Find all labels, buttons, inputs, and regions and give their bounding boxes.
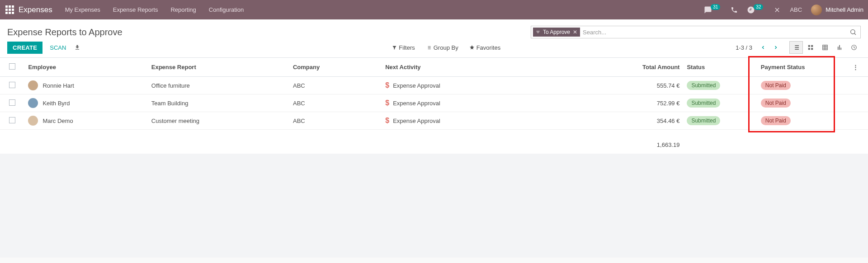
nav-reporting[interactable]: Reporting — [170, 6, 196, 13]
page-title: Expense Reports to Approve — [7, 27, 123, 38]
col-activity[interactable]: Next Activity — [382, 58, 622, 77]
col-report[interactable]: Expense Report — [148, 58, 289, 77]
pager-prev-icon[interactable] — [759, 43, 768, 52]
company-cell: ABC — [289, 94, 382, 112]
activity-cell: Expense Approval — [393, 82, 440, 89]
chat-icon[interactable]: 31 — [704, 6, 722, 14]
select-all-checkbox[interactable] — [9, 63, 15, 70]
payment-badge: Not Paid — [761, 99, 791, 108]
groupby-button[interactable]: Group By — [426, 44, 458, 51]
search-toolbar: Filters Group By Favorites — [392, 44, 500, 51]
report-cell: Team Building — [148, 94, 289, 112]
nav-my-expenses[interactable]: My Expenses — [65, 6, 100, 13]
col-payment[interactable]: Payment Status — [757, 58, 844, 77]
filter-chip[interactable]: To Approve ✕ — [533, 28, 580, 37]
phone-icon[interactable] — [731, 6, 738, 14]
row-checkbox[interactable] — [9, 82, 15, 88]
table-container: Employee Expense Report Company Next Act… — [0, 58, 868, 154]
filter-icon — [536, 30, 540, 34]
svg-rect-5 — [823, 45, 828, 50]
row-checkbox[interactable] — [9, 117, 15, 123]
amount-cell: 752.99 € — [622, 94, 683, 112]
top-nav: Expenses My Expenses Expense Reports Rep… — [0, 0, 868, 19]
user-menu[interactable]: Mitchell Admin — [811, 5, 863, 15]
funnel-icon — [392, 45, 397, 50]
col-employee[interactable]: Employee — [24, 58, 147, 77]
company-selector[interactable]: ABC — [790, 6, 802, 13]
user-name: Mitchell Admin — [826, 6, 863, 13]
svg-rect-2 — [811, 45, 813, 47]
view-pivot-icon[interactable] — [818, 41, 832, 54]
filter-chip-remove-icon[interactable]: ✕ — [573, 29, 577, 35]
total-amount: 1,663.19 — [622, 130, 683, 152]
filters-label: Filters — [399, 44, 415, 51]
view-graph-icon[interactable] — [833, 41, 846, 54]
col-company[interactable]: Company — [289, 58, 382, 77]
amount-cell: 354.46 € — [622, 112, 683, 130]
nav-right: 31 32 ABC Mitchell Admin — [704, 5, 863, 15]
download-icon[interactable] — [74, 44, 80, 51]
nav-expense-reports[interactable]: Expense Reports — [113, 6, 158, 13]
svg-rect-4 — [811, 48, 813, 50]
pager-next-icon[interactable] — [771, 43, 780, 52]
clock-icon[interactable]: 32 — [747, 6, 764, 14]
table-row[interactable]: Keith Byrd Team Building ABC $Expense Ap… — [0, 94, 868, 112]
nav-configuration[interactable]: Configuration — [209, 6, 244, 13]
payment-badge: Not Paid — [761, 81, 791, 90]
app-brand[interactable]: Expenses — [19, 5, 52, 14]
employee-name: Ronnie Hart — [42, 82, 74, 89]
total-row: 1,663.19 — [0, 130, 868, 152]
view-activity-icon[interactable] — [847, 41, 861, 54]
dollar-icon: $ — [385, 117, 389, 124]
star-icon — [469, 45, 475, 50]
filters-button[interactable]: Filters — [392, 44, 415, 51]
row-checkbox[interactable] — [9, 99, 15, 106]
close-tray-icon[interactable] — [774, 6, 781, 14]
empty-area — [0, 154, 868, 258]
column-options-icon[interactable]: ⋮ — [853, 64, 859, 70]
clock-badge: 32 — [754, 4, 763, 10]
table-row[interactable]: Marc Demo Customer meeting ABC $Expense … — [0, 112, 868, 130]
scan-button[interactable]: SCAN — [50, 44, 66, 51]
employee-name: Keith Byrd — [42, 100, 70, 107]
employee-avatar — [28, 116, 38, 126]
svg-rect-3 — [808, 48, 810, 50]
activity-cell: Expense Approval — [393, 100, 440, 107]
col-status[interactable]: Status — [683, 58, 757, 77]
svg-point-0 — [851, 30, 855, 34]
report-cell: Office furniture — [148, 77, 289, 94]
chat-badge: 31 — [711, 4, 720, 10]
pager-text: 1-3 / 3 — [736, 44, 752, 51]
view-kanban-icon[interactable] — [804, 41, 817, 54]
amount-cell: 555.74 € — [622, 77, 683, 94]
company-cell: ABC — [289, 77, 382, 94]
apps-icon[interactable] — [5, 5, 14, 14]
dollar-icon: $ — [385, 99, 389, 107]
search-bar[interactable]: To Approve ✕ — [531, 26, 861, 38]
employee-avatar — [28, 80, 38, 90]
pager: 1-3 / 3 — [736, 43, 780, 52]
nav-items: My Expenses Expense Reports Reporting Co… — [65, 6, 244, 13]
col-amount[interactable]: Total Amount — [622, 58, 683, 77]
list-icon — [426, 45, 432, 50]
filter-chip-label: To Approve — [543, 29, 570, 35]
create-button[interactable]: CREATE — [7, 42, 42, 54]
search-input[interactable] — [583, 29, 846, 36]
company-cell: ABC — [289, 112, 382, 130]
svg-rect-1 — [808, 45, 810, 47]
control-panel: Expense Reports to Approve To Approve ✕ … — [0, 19, 868, 58]
activity-cell: Expense Approval — [393, 117, 440, 124]
search-icon[interactable] — [849, 28, 857, 36]
favorites-button[interactable]: Favorites — [469, 44, 500, 51]
table-row[interactable]: Ronnie Hart Office furniture ABC $Expens… — [0, 77, 868, 94]
status-badge: Submitted — [687, 116, 720, 125]
avatar — [811, 5, 822, 15]
view-list-icon[interactable] — [789, 41, 803, 54]
employee-name: Marc Demo — [42, 117, 73, 124]
table-header-row: Employee Expense Report Company Next Act… — [0, 58, 868, 77]
groupby-label: Group By — [434, 44, 458, 51]
payment-badge: Not Paid — [761, 116, 791, 125]
expense-table: Employee Expense Report Company Next Act… — [0, 58, 868, 152]
report-cell: Customer meeting — [148, 112, 289, 130]
status-badge: Submitted — [687, 81, 720, 90]
